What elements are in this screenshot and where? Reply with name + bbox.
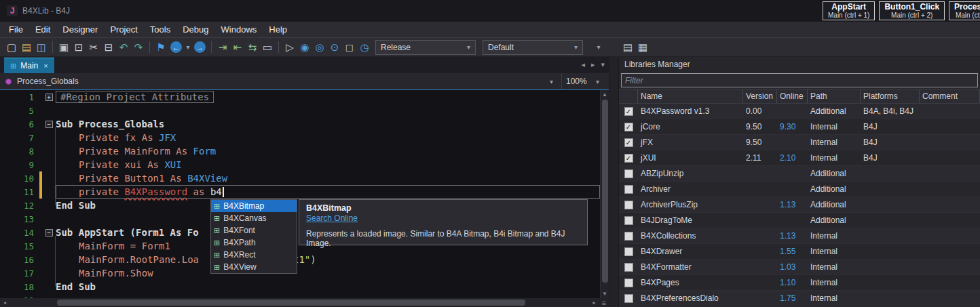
menu-project[interactable]: Project xyxy=(104,22,143,37)
autocomplete-item[interactable]: ⊞B4XBitmap xyxy=(211,200,297,212)
panel-splitter[interactable] xyxy=(609,57,619,307)
library-row[interactable]: ABZipUnzipAdditional xyxy=(619,166,980,182)
column-header-comment[interactable]: Comment xyxy=(920,89,980,103)
library-checkbox[interactable] xyxy=(624,232,633,241)
run-icon[interactable]: ▷ xyxy=(282,41,297,54)
menu-debug[interactable]: Debug xyxy=(176,22,214,37)
profile-select[interactable]: Default▾ xyxy=(483,40,583,55)
menu-file[interactable]: File xyxy=(3,22,29,37)
line-number[interactable]: 7 xyxy=(0,133,39,143)
menu-edit[interactable]: Edit xyxy=(29,22,56,37)
library-checkbox[interactable] xyxy=(624,216,633,225)
code-line[interactable]: 1+#Region Project Attributes xyxy=(0,90,600,104)
column-header-version[interactable]: Version xyxy=(743,89,777,103)
code-lines[interactable]: 1+#Region Project Attributes56−Sub Proce… xyxy=(0,90,600,298)
panel-grid-icon[interactable]: ▦ xyxy=(635,41,650,54)
code-line[interactable]: 18End Sub xyxy=(0,280,600,293)
step-over-icon[interactable]: ◎ xyxy=(312,41,327,54)
library-checkbox[interactable] xyxy=(624,247,633,256)
code-line[interactable]: 16MainForm.RootPane.Loat1") xyxy=(0,253,600,266)
autocomplete-item[interactable]: ⊞B4XView xyxy=(211,261,297,273)
menu-help[interactable]: Help xyxy=(263,22,293,37)
close-tab-icon[interactable]: × xyxy=(43,62,48,70)
library-row[interactable]: ArchiverAdditional xyxy=(619,182,980,197)
library-checkbox[interactable] xyxy=(624,201,633,209)
quick-jump-button[interactable]: AppStartMain (ctrl + 1) xyxy=(823,1,875,20)
library-row[interactable]: ArchiverPlusZip1.13Additional xyxy=(619,197,980,213)
code-line[interactable]: 11private B4XPassword as b4 xyxy=(0,185,600,199)
library-row[interactable]: B4XPages1.10Internal xyxy=(619,275,980,291)
bookmark-icon[interactable]: ⚑ xyxy=(153,41,168,54)
library-row[interactable]: B4JDragToMeAdditional xyxy=(619,213,980,228)
line-number[interactable]: 6 xyxy=(0,119,39,129)
line-number[interactable]: 12 xyxy=(0,201,39,211)
step-into-icon[interactable]: ◉ xyxy=(297,41,312,54)
line-number[interactable]: 15 xyxy=(0,241,39,251)
column-header-platforms[interactable]: Platforms xyxy=(861,89,920,103)
toolbar-overflow-icon[interactable]: ▾ xyxy=(595,41,603,54)
line-number[interactable]: 1 xyxy=(0,92,39,102)
library-checkbox[interactable]: ✓ xyxy=(624,154,633,163)
scroll-right-icon[interactable]: ▸ xyxy=(590,300,599,306)
code-line[interactable]: 7Private fx As JFX xyxy=(0,131,600,144)
panel-doc-icon[interactable]: ▤ xyxy=(620,41,635,54)
library-checkbox[interactable] xyxy=(624,263,633,272)
line-number[interactable]: 5 xyxy=(0,106,39,116)
library-row[interactable]: B4XPreferencesDialo1.75Internal xyxy=(619,291,980,306)
library-checkbox[interactable] xyxy=(624,169,633,178)
copy-icon[interactable]: ⊡ xyxy=(71,41,86,54)
menu-windows[interactable]: Windows xyxy=(215,22,263,37)
editor-vertical-scrollbar[interactable]: ▲ ▼ xyxy=(600,90,609,298)
library-row[interactable]: ✓jXUI2.112.10InternalB4J xyxy=(619,150,980,166)
tabs-list-icon[interactable]: ▾ xyxy=(601,60,605,69)
resume-icon[interactable]: ⊙ xyxy=(327,41,342,54)
quick-jump-button[interactable]: Process_Main (ctrl + xyxy=(949,1,980,20)
library-checkbox[interactable]: ✓ xyxy=(624,123,633,131)
current-sub-select[interactable]: Process_Globals xyxy=(17,77,79,86)
tabs-scroll-right-icon[interactable]: ▸ xyxy=(591,60,595,69)
autocomplete-item[interactable]: ⊞B4XCanvas xyxy=(211,212,297,224)
autocomplete-item[interactable]: ⊞B4XFont xyxy=(211,224,297,237)
code-line[interactable]: 19 xyxy=(0,293,600,298)
library-row[interactable]: ✓jCore9.509.30InternalB4J xyxy=(619,119,980,135)
back-history-icon[interactable]: ▾ xyxy=(184,41,192,54)
code-line[interactable]: 5 xyxy=(0,104,600,117)
comment-icon[interactable]: ▭ xyxy=(260,41,275,54)
code-line[interactable]: 6−Sub Process_Globals xyxy=(0,117,600,131)
column-header-name[interactable]: Name xyxy=(638,89,743,103)
save-icon[interactable]: ◫ xyxy=(34,41,49,54)
indent-icon[interactable]: ⇥ xyxy=(215,41,230,54)
horizontal-scrollbar-thumb[interactable] xyxy=(57,300,525,306)
library-row[interactable]: B4XCollections1.13Internal xyxy=(619,228,980,244)
library-filter-input[interactable] xyxy=(621,73,978,87)
code-line[interactable]: 17MainForm.Show xyxy=(0,266,600,280)
line-number[interactable]: 11 xyxy=(0,187,39,197)
menu-tools[interactable]: Tools xyxy=(144,22,176,37)
library-row[interactable]: ✓jFX9.50InternalB4J xyxy=(619,135,980,150)
zoom-select[interactable]: 100% ▾ xyxy=(561,73,603,89)
fold-expand-icon[interactable]: + xyxy=(45,94,53,101)
new-file-icon[interactable]: ▢ xyxy=(4,41,19,54)
outdent-icon[interactable]: ⇤ xyxy=(230,41,245,54)
fold-toggle[interactable]: + xyxy=(42,90,56,104)
search-online-link[interactable]: Search Online xyxy=(306,213,358,223)
tab-main[interactable]: ⊞ Main × xyxy=(4,58,54,73)
chevron-down-icon[interactable]: ▾ xyxy=(550,78,556,85)
line-number[interactable]: 18 xyxy=(0,282,39,292)
autocomplete-item[interactable]: ⊞B4XRect xyxy=(211,249,297,261)
library-row[interactable]: ✓B4XPassword v1.30.00AdditionalB4A, B4i,… xyxy=(619,104,980,119)
modules-icon[interactable]: ▣ xyxy=(56,41,71,54)
vertical-scrollbar-thumb[interactable] xyxy=(602,100,608,283)
fold-toggle[interactable]: − xyxy=(42,117,56,131)
redo-icon[interactable]: ↷ xyxy=(131,41,146,54)
line-number[interactable]: 13 xyxy=(0,214,39,224)
fold-toggle[interactable]: − xyxy=(42,226,56,239)
code-line[interactable]: 9Private xui As XUI xyxy=(0,158,600,171)
fold-collapse-icon[interactable]: − xyxy=(45,121,53,128)
build-timer-icon[interactable]: ◷ xyxy=(357,41,372,54)
open-project-icon[interactable]: ▤ xyxy=(19,41,34,54)
code-line[interactable]: 10Private Button1 As B4XView xyxy=(0,171,600,185)
quick-jump-button[interactable]: Button1_ClickMain (ctrl + 2) xyxy=(879,1,945,20)
reformat-icon[interactable]: ⇆ xyxy=(245,41,260,54)
stop-icon[interactable]: ◻ xyxy=(342,41,357,54)
